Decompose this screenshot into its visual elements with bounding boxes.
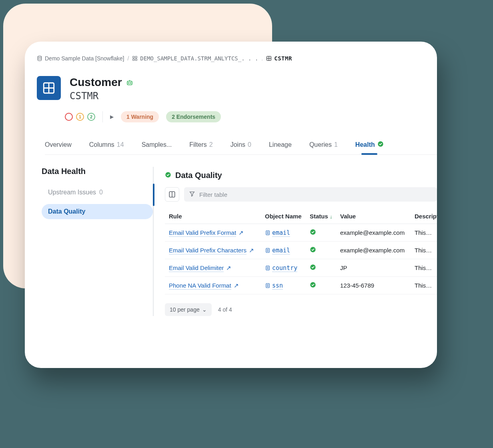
breadcrumb: Demo Sample Data [Snowflake] / DEMO_SAMP… — [37, 55, 437, 62]
tab-joins[interactable]: Joins 0 — [230, 141, 251, 149]
breadcrumb-schema[interactable]: DEMO_SAMPLE_DATA.STRM_ANLYTCS_. . . — [132, 55, 258, 62]
object-link[interactable]: email — [272, 247, 290, 254]
object-type-icon — [37, 76, 61, 100]
description-cell: This rule c — [411, 259, 437, 277]
table-icon — [266, 56, 272, 61]
panel-title-label: Data Quality — [175, 171, 222, 180]
check-circle-icon — [310, 247, 316, 254]
value-cell: example@example.com — [336, 224, 411, 242]
page-title: Customer — [70, 76, 122, 89]
object-link[interactable]: country — [272, 264, 297, 272]
status-counts: 1 2 — [65, 113, 95, 121]
tab-filters[interactable]: Filters 2 — [189, 141, 212, 149]
page-count-label: 4 of 4 — [218, 306, 232, 313]
external-link-icon: ↗ — [249, 247, 254, 254]
check-circle-icon — [310, 265, 316, 272]
page-size-selector[interactable]: 10 per page ⌄ — [165, 303, 212, 316]
breadcrumb-separator: . — [261, 55, 263, 62]
page-size-label: 10 per page — [170, 306, 200, 313]
tab-health[interactable]: Health — [355, 141, 384, 149]
table-row: Email Valid Delimiter ↗countryJPThis rul… — [165, 259, 437, 277]
column-icon — [265, 264, 272, 271]
tab-lineage[interactable]: Lineage — [269, 141, 292, 149]
column-icon — [265, 229, 272, 236]
external-link-icon: ↗ — [234, 282, 239, 289]
svg-rect-2 — [135, 56, 137, 58]
check-circle-icon — [310, 282, 316, 289]
table-row: Email Valid Prefix Characters ↗emailexam… — [165, 242, 437, 259]
breadcrumb-object-label: CSTMR — [274, 55, 292, 62]
tab-columns[interactable]: Columns 14 — [89, 141, 124, 149]
filter-placeholder: Filter table — [199, 191, 227, 198]
value-cell: example@example.com — [336, 242, 411, 259]
tab-overview[interactable]: Overview — [45, 141, 72, 149]
description-cell: This rule c — [411, 224, 437, 242]
svg-point-8 — [128, 83, 129, 84]
svg-rect-3 — [133, 59, 134, 60]
breadcrumb-root-label: Demo Sample Data [Snowflake] — [45, 55, 124, 62]
column-header-object[interactable]: Object Name — [261, 209, 306, 224]
tab-bar: Overview Columns 14 Samples... Filters 2… — [45, 141, 437, 155]
sidebar-item-count: 0 — [99, 189, 103, 196]
column-header-description[interactable]: Description — [411, 209, 437, 224]
rule-link[interactable]: Email Valid Prefix Format — [169, 229, 236, 237]
breadcrumb-object[interactable]: CSTMR — [266, 55, 292, 62]
column-header-status[interactable]: Status ↓ — [306, 209, 336, 224]
schema-icon — [132, 56, 138, 61]
endorsements-pill[interactable]: 2 Endorsements — [166, 111, 221, 122]
svg-point-9 — [130, 83, 131, 84]
panel-main: Data Quality Filter table — [153, 167, 437, 316]
database-icon — [37, 56, 42, 61]
vertical-divider — [102, 111, 103, 122]
external-link-icon: ↗ — [226, 264, 231, 271]
sidebar-heading: Data Health — [42, 167, 153, 176]
column-icon — [265, 247, 272, 254]
breadcrumb-root[interactable]: Demo Sample Data [Snowflake] — [37, 55, 124, 62]
check-circle-icon — [310, 230, 316, 236]
object-link[interactable]: email — [272, 229, 290, 237]
object-link[interactable]: ssn — [272, 282, 283, 290]
filter-icon — [189, 191, 195, 198]
table-row: Email Valid Prefix Format ↗emailexample@… — [165, 224, 437, 242]
column-icon — [265, 282, 272, 289]
svg-rect-4 — [135, 59, 137, 60]
svg-rect-1 — [133, 56, 134, 58]
breadcrumb-separator: / — [127, 55, 129, 62]
sidebar-item-label: Upstream Issues — [48, 189, 96, 196]
count-warnings[interactable]: 1 — [76, 113, 84, 121]
chevron-down-icon: ⌄ — [202, 306, 207, 313]
value-cell: 123-45-6789 — [336, 277, 411, 294]
app-window: Demo Sample Data [Snowflake] / DEMO_SAMP… — [25, 42, 437, 368]
external-link-icon: ↗ — [238, 229, 244, 236]
arrow-down-icon: ↓ — [330, 214, 333, 220]
data-quality-table: Rule Object Name Status ↓ Value Descript… — [165, 209, 437, 294]
rule-link[interactable]: Phone NA Valid Format — [169, 282, 231, 290]
tab-queries[interactable]: Queries 1 — [309, 141, 338, 149]
table-row: Phone NA Valid Format ↗ssn123-45-6789Thi… — [165, 277, 437, 294]
rule-link[interactable]: Email Valid Delimiter — [169, 264, 224, 272]
count-endorsements[interactable]: 2 — [87, 113, 95, 121]
sidebar-item-label: Data Quality — [48, 208, 85, 215]
column-header-value[interactable]: Value — [336, 209, 411, 224]
count-errors[interactable] — [65, 113, 73, 121]
value-cell: JP — [336, 259, 411, 277]
active-section-indicator — [153, 184, 154, 206]
description-cell: This rule c — [411, 242, 437, 259]
sidebar-item-data-quality[interactable]: Data Quality — [42, 204, 153, 219]
filter-input[interactable]: Filter table — [184, 187, 437, 202]
warning-pill[interactable]: 1 Warning — [121, 111, 159, 122]
rule-link[interactable]: Email Valid Prefix Characters — [169, 247, 246, 254]
tab-samples[interactable]: Samples... — [142, 141, 172, 149]
svg-point-0 — [38, 56, 41, 58]
check-circle-icon — [377, 141, 384, 149]
check-circle-icon — [165, 171, 171, 180]
description-cell: This rule c — [411, 277, 437, 294]
sidebar-item-upstream[interactable]: Upstream Issues 0 — [42, 185, 153, 200]
page-subtitle-code: CSTMR — [70, 90, 133, 102]
svg-rect-7 — [127, 81, 132, 85]
breadcrumb-schema-label: DEMO_SAMPLE_DATA.STRM_ANLYTCS_. . . — [140, 55, 258, 62]
caret-right-icon[interactable]: ▶ — [110, 114, 114, 120]
column-header-rule[interactable]: Rule — [165, 209, 261, 224]
layout-toggle-button[interactable] — [165, 187, 179, 202]
health-sidebar: Data Health Upstream Issues 0 Data Quali… — [37, 167, 153, 316]
